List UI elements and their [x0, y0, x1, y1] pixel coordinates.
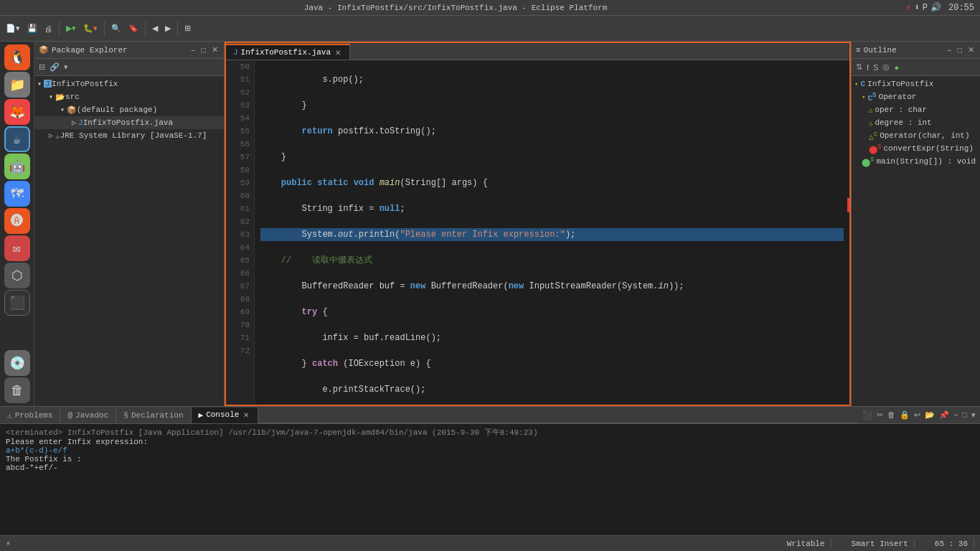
search-button[interactable]: 🔍 [108, 19, 124, 39]
folder-expand-icon: ▾ [49, 93, 53, 101]
code-line-59: try { [260, 306, 844, 319]
outline-header-left: ≡ Outline [856, 46, 897, 55]
run-button[interactable]: ▶▾ [63, 19, 79, 39]
outline-tree: ▾ C InfixToPostfix ▾ CS Operator △ oper … [852, 76, 980, 406]
tree-item-default-package[interactable]: ▾ 📦 (default package) [34, 103, 224, 116]
package-explorer-icon: 📦 [39, 45, 49, 55]
email-icon[interactable]: ✉ [4, 235, 30, 261]
outline-fields-button[interactable]: f [865, 62, 870, 72]
code-editor[interactable]: s.pop(); } return postfix.toString(); } … [255, 60, 849, 405]
src-icon: 📂 [55, 93, 65, 102]
outline-constructor[interactable]: △c Operator(char, int) [852, 129, 980, 142]
tab-infixtopostfix[interactable]: J InfixToPostfix.java ✕ [226, 44, 350, 60]
console-label: Console [206, 410, 239, 419]
trash-icon[interactable]: 🗑 [4, 377, 30, 403]
outline-nonpublic-button[interactable]: ◎ [881, 62, 891, 72]
cursor-position: 65 : 36 [929, 540, 974, 548]
disk-icon[interactable]: 💿 [4, 350, 30, 376]
tree-item-jre[interactable]: ▷ ☕ JRE System Library [JavaSE-1.7] [34, 129, 224, 142]
console-minimize-button[interactable]: − [952, 410, 959, 420]
outline-sync-button[interactable]: ● [892, 62, 900, 72]
files-icon[interactable]: 📁 [4, 72, 30, 98]
console-open-file-button[interactable]: 📂 [923, 410, 936, 420]
statusbar-right: Writable Smart Insert 65 : 36 [781, 540, 974, 548]
sep3 [145, 22, 146, 36]
outline-main[interactable]: ⬤S main(String[]) : void [852, 155, 980, 168]
package-explorer-toolbar: ⊟ 🔗 ▾ [34, 59, 224, 76]
class-label: InfixToPostfix [867, 80, 933, 88]
code-line-61: } catch (IOException e) { [260, 357, 844, 370]
outline-static-button[interactable]: S [872, 62, 880, 72]
console-clear-button[interactable]: 🗑 [886, 410, 897, 420]
package-explorer-panel: 📦 Package Explorer − □ ✕ ⊟ 🔗 ▾ ▾ 🅹 Infix… [34, 42, 225, 406]
outline-panel: ≡ Outline − □ ✕ ⇅ f S ◎ ● ▾ C InfixToPos… [851, 42, 980, 406]
file-expand-icon: ▷ [72, 118, 76, 127]
save-button[interactable]: 💾 [24, 19, 40, 39]
outline-degree[interactable]: △ degree : int [852, 116, 980, 129]
outline-maximize-button[interactable]: □ [956, 44, 963, 55]
editor-panel: J InfixToPostfix.java ✕ 5051525354 55565… [225, 42, 851, 406]
outline-sort-button[interactable]: ⇅ [854, 62, 864, 72]
debug-button[interactable]: 🐛▾ [80, 19, 100, 39]
eclipse-icon[interactable]: ☕ [4, 126, 30, 152]
tree-item-java-file[interactable]: ▷ J InfixToPostfix.java [34, 116, 224, 129]
tab-close-button[interactable]: ✕ [334, 48, 342, 57]
console-view-menu-button[interactable]: ▾ [970, 410, 977, 420]
ubuntu-icon[interactable]: 🐧 [4, 44, 30, 70]
console-terminated-line: <terminated> InfixToPostfix [Java Applic… [6, 427, 974, 438]
tree-item-infixtopostfix[interactable]: ▾ 🅹 InfixToPostfix [34, 77, 224, 90]
tree-item-src[interactable]: ▾ 📂 src [34, 90, 224, 103]
editor-content[interactable]: 5051525354 5556575859 6061626364 6566676… [226, 60, 849, 405]
print-button[interactable]: 🖨 [42, 19, 55, 39]
method-icon1: ⬤S [869, 143, 882, 154]
volume-icon: 🔊 [930, 2, 941, 13]
view-menu-button[interactable]: ▾ [62, 62, 70, 72]
minimize-panel-button[interactable]: − [189, 44, 197, 55]
declaration-label: Declaration [131, 411, 184, 420]
console-tab-close-button[interactable]: ✕ [242, 410, 250, 420]
console-prompt-line: Please enter Infix expression: [6, 438, 974, 446]
problems-label: Problems [15, 411, 53, 420]
outline-minimize-button[interactable]: − [946, 44, 953, 55]
unity-icon[interactable]: ⬡ [4, 263, 30, 288]
bookmark-button[interactable]: 🔖 [126, 19, 141, 39]
console-icon: ▶ [199, 410, 204, 420]
main-area: 🐧 📁 🦊 ☕ 🤖 🗺 🅐 ✉ ⬡ ⬛ 💿 🗑 📦 Package Explor… [0, 42, 980, 406]
close-panel-button[interactable]: ✕ [210, 44, 220, 55]
prev-button[interactable]: ◀ [149, 19, 161, 39]
store-icon[interactable]: 🅐 [4, 208, 30, 234]
console-pin-button[interactable]: 📌 [938, 410, 951, 420]
bottom-panel: ⚠ Problems @ Javadoc § Declaration ▶ Con… [0, 406, 980, 535]
tab-javadoc[interactable]: @ Javadoc [60, 408, 116, 423]
link-editor-button[interactable]: 🔗 [48, 62, 61, 72]
collapse-all-button[interactable]: ⊟ [37, 62, 47, 72]
terminal-icon[interactable]: ⬛ [4, 290, 30, 316]
tab-declaration[interactable]: § Declaration [116, 408, 191, 423]
console-disconnect-button[interactable]: ✂ [875, 410, 885, 420]
maps-icon[interactable]: 🗺 [4, 181, 30, 207]
expand-icon: ▾ [854, 80, 858, 88]
tab-problems[interactable]: ⚠ Problems [0, 408, 60, 423]
next-button[interactable]: ▶ [162, 19, 174, 39]
outline-convertexpr[interactable]: ⬤S convertExpr(String) [852, 142, 980, 155]
code-line-56: System.out.println("Please enter Infix e… [260, 228, 844, 241]
degree-label: degree : int [875, 118, 931, 127]
console-terminate-button[interactable]: ⬛ [861, 410, 874, 420]
console-word-wrap-button[interactable]: ↩ [913, 410, 922, 420]
tab-console[interactable]: ▶ Console ✕ [192, 408, 259, 423]
console-maximize-button[interactable]: □ [961, 410, 969, 420]
android-icon[interactable]: 🤖 [4, 154, 30, 179]
outline-operator[interactable]: ▾ CS Operator [852, 90, 980, 103]
outline-close-button[interactable]: ✕ [966, 44, 976, 55]
firefox-icon[interactable]: 🦊 [4, 99, 30, 125]
new-button[interactable]: 📄▾ [3, 19, 23, 39]
maximize-panel-button[interactable]: □ [199, 44, 207, 55]
console-scroll-lock-button[interactable]: 🔒 [898, 410, 911, 420]
sys-icon-1: ⚡ [905, 1, 911, 14]
field-icon2: △ [869, 119, 872, 127]
outline-oper[interactable]: △ oper : char [852, 103, 980, 116]
error-indicator [847, 198, 849, 212]
console-content: <terminated> InfixToPostfix [Java Applic… [0, 424, 980, 535]
outline-infixtopostfix[interactable]: ▾ C InfixToPostfix [852, 77, 980, 90]
perspective-button[interactable]: ⊞ [182, 19, 194, 39]
